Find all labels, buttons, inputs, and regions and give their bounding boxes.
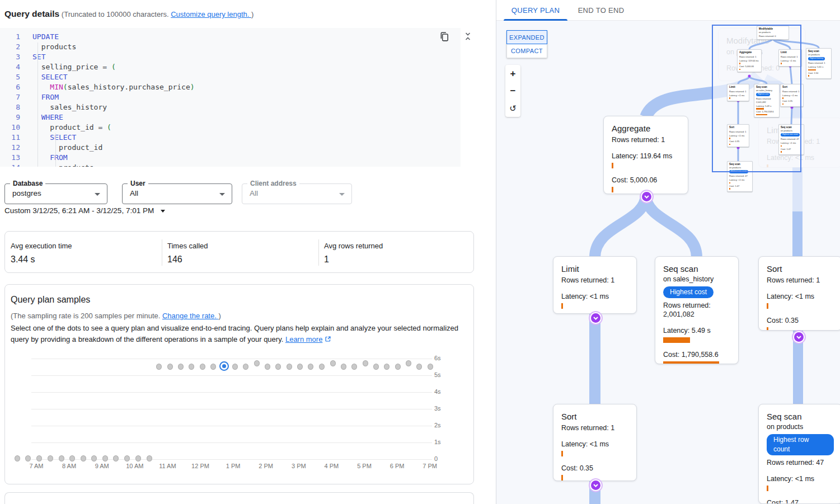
- sample-dot[interactable]: [319, 364, 325, 370]
- sample-dot[interactable]: [25, 455, 31, 461]
- sample-dot[interactable]: [428, 364, 433, 370]
- database-select[interactable]: Database postgres: [4, 183, 107, 204]
- y-axis-tick: 4s: [434, 388, 441, 395]
- user-select[interactable]: User All: [122, 183, 232, 204]
- stats-card: Avg execution time 3.44 s Times called 1…: [4, 231, 474, 273]
- plan-node-sort-right[interactable]: Sort Rows returned: 1 Latency: <1 ms Cos…: [758, 256, 840, 331]
- change-rate-link[interactable]: Change the rate.: [162, 312, 218, 320]
- sampling-rate-note: (The sampling rate is 200 samples per mi…: [11, 312, 221, 320]
- code-line: 1UPDATE: [0, 32, 461, 42]
- sample-dot[interactable]: [48, 455, 53, 461]
- node-latency: Latency: <1 ms: [561, 292, 628, 301]
- sample-dot[interactable]: [330, 360, 336, 366]
- tab-end-to-end[interactable]: END TO END: [567, 6, 635, 15]
- sample-dot[interactable]: [81, 455, 86, 461]
- x-axis-tick: 9 AM: [88, 463, 116, 469]
- plan-node-sort-bottom[interactable]: Sort Rows returned: 1 Latency: <1 ms Cos…: [553, 404, 637, 481]
- sample-dot[interactable]: [102, 455, 108, 461]
- plan-canvas[interactable]: Modifytable on products Rows returned: 0…: [496, 21, 840, 504]
- plan-node-aggregate[interactable]: Aggregate Rows returned: 1 Latency: 119.…: [603, 116, 688, 194]
- database-label: Database: [10, 180, 45, 187]
- sample-dot[interactable]: [178, 364, 184, 370]
- node-title: Limit: [561, 263, 628, 274]
- x-axis-tick: 12 PM: [186, 463, 214, 469]
- code-line: 10 product_id = (: [0, 123, 461, 133]
- sample-dot[interactable]: [384, 364, 390, 370]
- sample-dot[interactable]: [167, 364, 173, 370]
- stat-label: Avg execution time: [11, 242, 72, 250]
- plan-node-seq-scan-products[interactable]: Seq scan on products Highest row count R…: [758, 404, 840, 504]
- sample-dot[interactable]: [243, 364, 248, 370]
- sample-dot[interactable]: [189, 364, 194, 370]
- learn-more-link[interactable]: Learn more: [285, 335, 322, 343]
- code-line: 9 WHERE: [0, 112, 461, 123]
- reset-zoom-button[interactable]: ↺: [505, 100, 520, 117]
- sample-dot[interactable]: [59, 455, 64, 461]
- sample-dot[interactable]: [406, 360, 411, 366]
- y-axis-tick: 5s: [434, 371, 441, 378]
- sample-dot[interactable]: [210, 364, 216, 370]
- node-latency: Latency: <1 ms: [767, 474, 834, 483]
- sample-dot[interactable]: [351, 364, 357, 370]
- collapse-node-icon[interactable]: [590, 479, 602, 491]
- sample-dot[interactable]: [69, 455, 75, 461]
- divider: [162, 239, 162, 266]
- sample-dot[interactable]: [416, 364, 422, 370]
- view-mode-toggle: EXPANDED COMPACT: [506, 30, 547, 58]
- sample-dot[interactable]: [308, 364, 313, 370]
- minimap[interactable]: Modifytableon productsRows returned: 0Ag…: [712, 25, 840, 211]
- copy-code-button[interactable]: [439, 31, 450, 43]
- code-line: 13 FROM: [0, 153, 461, 163]
- sample-dot[interactable]: [91, 455, 97, 461]
- customize-query-length-link[interactable]: Customize query length.: [171, 10, 251, 18]
- sample-dot[interactable]: [156, 364, 162, 370]
- sample-dot-selected[interactable]: [219, 361, 229, 371]
- code-line: 12 product_id: [0, 143, 461, 153]
- compact-toggle-button[interactable]: COMPACT: [506, 44, 547, 58]
- sample-dot[interactable]: [395, 364, 401, 370]
- sample-dot[interactable]: [265, 364, 270, 370]
- sample-dot[interactable]: [124, 455, 130, 461]
- sample-dot[interactable]: [113, 455, 119, 461]
- content-copy-icon: [439, 31, 449, 41]
- indent-guide: [55, 133, 56, 167]
- collapse-node-icon[interactable]: [793, 331, 805, 343]
- x-axis-tick: 2 PM: [252, 463, 280, 469]
- sample-dot[interactable]: [200, 364, 205, 370]
- time-range-selector[interactable]: Custom 3/12/25, 6:21 AM - 3/12/25, 7:01 …: [4, 206, 165, 216]
- plan-node-seq-scan-sales-history[interactable]: Seq scan on sales_history Highest cost R…: [655, 256, 739, 364]
- sample-dot[interactable]: [254, 360, 260, 366]
- node-latency: Latency: <1 ms: [767, 292, 834, 301]
- chevron-down-icon: [161, 210, 165, 213]
- stat-value: 1: [324, 255, 329, 265]
- minimap-viewport[interactable]: [712, 25, 801, 172]
- sample-dot[interactable]: [135, 455, 141, 461]
- sample-dot[interactable]: [363, 360, 368, 366]
- tab-query-plan[interactable]: QUERY PLAN: [504, 6, 567, 15]
- code-line: 3SET: [0, 52, 461, 62]
- sample-dot[interactable]: [287, 364, 292, 370]
- collapse-node-icon[interactable]: [641, 191, 653, 202]
- next-card-stub: [4, 492, 474, 504]
- gridline: [31, 442, 432, 443]
- plan-node-limit[interactable]: Limit Rows returned: 1 Latency: <1 ms: [553, 256, 637, 314]
- sample-dot[interactable]: [147, 455, 152, 461]
- sample-dot[interactable]: [275, 364, 281, 370]
- collapse-query-button[interactable]: [463, 31, 473, 43]
- zoom-controls: + − ↺: [505, 65, 520, 117]
- sample-dot[interactable]: [297, 364, 303, 370]
- sample-dot[interactable]: [15, 455, 20, 461]
- expanded-toggle-button[interactable]: EXPANDED: [506, 30, 547, 44]
- zoom-out-button[interactable]: −: [505, 82, 520, 100]
- node-target: on products: [767, 422, 834, 431]
- sample-dot[interactable]: [341, 364, 346, 370]
- divider: [318, 239, 319, 266]
- sample-dot[interactable]: [373, 364, 379, 370]
- y-axis-tick: 1s: [434, 439, 441, 445]
- collapse-node-icon[interactable]: [590, 312, 602, 324]
- sample-dot[interactable]: [36, 455, 42, 461]
- sample-dot[interactable]: [232, 364, 238, 370]
- gridline: [31, 392, 432, 393]
- zoom-in-button[interactable]: +: [505, 65, 520, 82]
- x-axis-tick: 3 PM: [285, 463, 313, 469]
